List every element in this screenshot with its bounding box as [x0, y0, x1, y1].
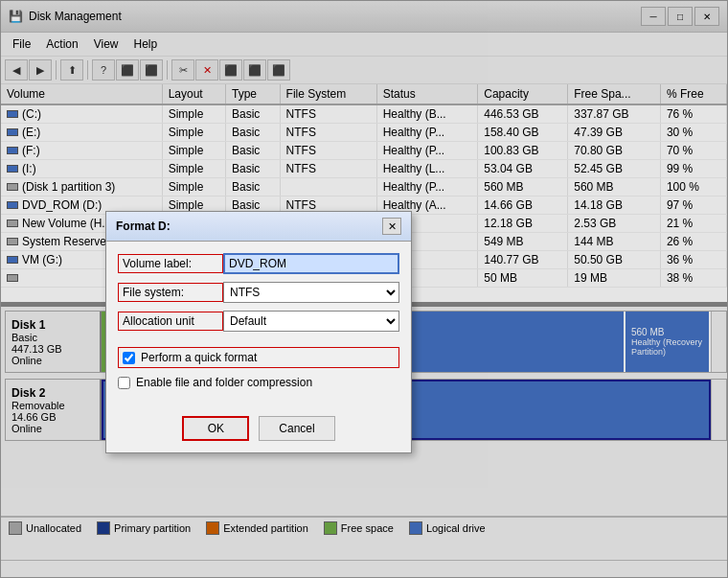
dialog-body: Volume label: File system: NTFS FAT32 ex… [106, 242, 411, 408]
dialog-close-button[interactable]: ✕ [382, 218, 401, 235]
dialog-title-text: Format D: [116, 220, 171, 233]
dialog-title-bar: Format D: ✕ [106, 212, 411, 242]
compression-row: Enable file and folder compression [118, 374, 399, 391]
spacer [118, 339, 399, 347]
quick-format-checkbox[interactable] [123, 352, 135, 364]
format-dialog: Format D: ✕ Volume label: File system: N… [105, 211, 412, 453]
compression-label[interactable]: Enable file and folder compression [136, 376, 312, 389]
alloc-unit-label: Allocation unit [118, 312, 223, 331]
filesystem-row: File system: NTFS FAT32 exFAT [118, 282, 399, 303]
alloc-unit-row: Allocation unit Default 512 1024 2048 40… [118, 311, 399, 332]
filesystem-label: File system: [118, 283, 223, 302]
compression-checkbox[interactable] [118, 377, 130, 389]
quick-format-label[interactable]: Perform a quick format [141, 351, 257, 364]
cancel-button[interactable]: Cancel [259, 416, 334, 441]
filesystem-select[interactable]: NTFS FAT32 exFAT [223, 282, 399, 303]
quick-format-row: Perform a quick format [118, 347, 399, 368]
volume-label-label: Volume label: [118, 254, 223, 273]
volume-label-row: Volume label: [118, 253, 399, 274]
dialog-footer: OK Cancel [106, 408, 411, 452]
volume-label-input[interactable] [223, 253, 399, 274]
ok-button[interactable]: OK [182, 416, 249, 441]
alloc-unit-select[interactable]: Default 512 1024 2048 4096 [223, 311, 399, 332]
dialog-overlay: Format D: ✕ Volume label: File system: N… [0, 0, 728, 578]
